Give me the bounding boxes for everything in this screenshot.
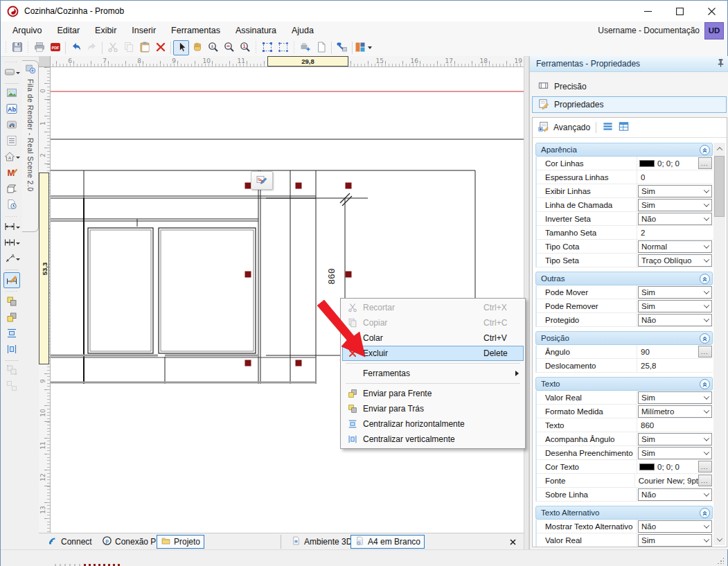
scroll-down-icon[interactable] [713,533,725,545]
dropdown-sobre-linha[interactable]: Não [638,488,712,501]
export-pdf-button[interactable]: PDF [47,40,63,55]
context-menu-item-recortar[interactable]: RecortarCtrl+X [342,300,524,315]
image-button[interactable] [3,86,20,102]
scrollbar[interactable] [713,143,725,545]
minimize-button[interactable] [632,1,664,21]
dropdown-pode-remover[interactable]: Sim [638,300,712,312]
value-text[interactable]: 860 [638,421,654,430]
menu-exibir[interactable]: Exibir [87,21,124,39]
dropdown-desenha-preenchimento[interactable]: Sim [638,447,712,459]
render-queue-tab[interactable]: Fila de Render - Real Scene 2.0 [22,60,39,232]
collapse-icon[interactable] [700,508,710,518]
doc-tab-ambiente-3d[interactable]: Ambiente 3D [287,535,356,549]
collapse-icon[interactable] [700,333,710,344]
center-horizontal-button[interactable] [3,326,20,342]
select-button[interactable] [173,40,189,55]
dropdown-inverter-seta[interactable]: Não [638,213,712,225]
section-header-posicao[interactable]: Posição [535,331,713,345]
context-menu-item-ferramentas[interactable]: Ferramentas [342,366,524,381]
undo-button[interactable] [68,40,84,55]
delete-button[interactable] [152,40,168,55]
menu-editar[interactable]: Editar [49,21,87,39]
dropdown-pode-mover[interactable]: Sim [638,286,712,299]
dim-chain-button[interactable] [3,236,20,251]
section-header-texto-alternativo[interactable]: Texto Alternativo [535,506,713,520]
pan-button[interactable] [189,40,205,55]
doc-tab-a4-em-branco[interactable]: A4 em Branco [350,535,425,549]
zoom-dynamic-button[interactable]: ± [205,40,221,55]
avatar[interactable]: UD [704,22,724,39]
close-button[interactable] [695,1,727,21]
dropdown-valor-real[interactable]: Sim [638,391,712,404]
shape-style-button[interactable] [3,65,20,81]
panel-view-precisao[interactable]: Precisão [532,78,727,95]
section-header-texto[interactable]: Texto [535,377,713,391]
section-header-aparencia[interactable]: Aparência [535,143,713,157]
ungroup-button[interactable] [3,379,20,395]
new-page-button[interactable] [313,40,329,55]
context-menu-item-excluir[interactable]: ExcluirDelete [342,346,524,361]
render-queue-add-button[interactable] [297,40,313,55]
edit-dimension-button[interactable] [251,171,273,190]
collapse-icon[interactable] [700,274,710,284]
copy-button[interactable] [121,40,136,55]
context-menu-item-copiar[interactable]: CopiarCtrl+C [342,315,524,330]
paste-button[interactable] [136,40,152,55]
redo-button[interactable] [84,40,100,55]
dropdown-acompanha-angulo[interactable]: Sim [638,433,712,445]
pin-icon[interactable] [716,58,725,69]
schedule-button[interactable] [3,197,20,213]
zoom-scale-button[interactable]: 1 [237,40,253,55]
maximize-button[interactable] [664,1,695,21]
render-tool-button[interactable] [334,40,350,55]
menu-arquivo[interactable]: Arquivo [5,21,49,39]
menu-inserir[interactable]: Inserir [124,21,163,39]
view-list-icon[interactable] [602,121,614,134]
doc-tab-connect[interactable]: Connect [44,535,96,549]
dim-edit-button[interactable] [3,272,20,288]
ellipsis-button[interactable]: ... [698,346,712,357]
section-header-outras[interactable]: Outras [535,272,713,285]
panel-view-propriedades[interactable]: Propriedades [532,96,727,113]
cut-button[interactable] [105,40,121,55]
ellipsis-button[interactable]: ... [698,157,712,169]
value-text[interactable]: 25,8 [638,362,656,370]
save-button[interactable] [9,40,25,55]
scrollbar-thumb[interactable] [714,156,725,217]
resize-grip[interactable] [717,557,724,564]
context-menu-item-centralizar-verticalmente[interactable]: Centralizar verticalmente [342,432,524,447]
scroll-up-icon[interactable] [713,143,725,154]
center-vertical-button[interactable] [3,342,20,358]
color-swatch[interactable] [639,463,655,470]
context-menu-item-centralizar-horizontalmente[interactable]: Centralizar horizontalmente [342,416,524,432]
context-menu-item-enviar-para-frente[interactable]: Enviar para Frente [342,386,524,401]
value-text[interactable]: 0 [638,173,645,182]
view-table-icon[interactable] [618,121,630,134]
tab-bar-close-icon[interactable] [507,536,518,547]
dropdown-exibir-linhas[interactable]: Sim [638,185,712,197]
color-swatch[interactable] [639,160,655,167]
ellipsis-button[interactable]: ... [698,475,712,486]
dropdown-linha-de-chamada[interactable]: Sim [638,199,712,211]
bring-to-front-button[interactable] [3,310,20,326]
select-lasso-button[interactable] [275,40,291,55]
collapse-icon[interactable] [700,379,710,389]
dropdown-protegido[interactable]: Não [638,314,712,326]
value-text[interactable]: Courier New; 9pt [636,477,698,485]
zoom-window-button[interactable] [221,40,237,55]
collapse-icon[interactable] [700,145,710,155]
module-button[interactable] [3,182,20,197]
value-text[interactable]: 90 [638,348,650,356]
color-grid-button[interactable] [355,40,371,55]
send-to-back-button[interactable] [3,294,20,310]
text-ab-button[interactable]: Ab [3,102,20,118]
dropdown-tipo-seta[interactable]: Traço Oblíquo [638,254,712,267]
dropdown-valor-real[interactable]: Sim [638,534,712,547]
ellipsis-button[interactable]: ... [698,461,712,472]
dropdown-mostrar-texto-alternativo[interactable]: Não [638,520,712,533]
select-rect-button[interactable] [259,40,275,55]
dim-leader-button[interactable]: A [3,251,20,267]
material-m-button[interactable]: M [3,166,20,182]
context-menu-item-colar[interactable]: ColarCtrl+V [342,330,524,346]
menu-assinatura[interactable]: Assinatura [228,21,284,39]
